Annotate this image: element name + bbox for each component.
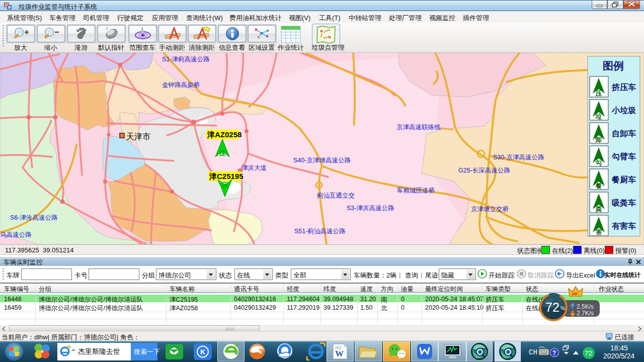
svg-text:18:45: 18:45 xyxy=(610,344,628,352)
svg-text:72: 72 xyxy=(545,300,559,314)
svg-text:S30-京津高速公路: S30-京津高速公路 xyxy=(493,154,544,161)
svg-text:自卸车: 自卸车 xyxy=(612,129,636,138)
svg-text:?: ? xyxy=(552,349,556,356)
svg-text:粪: 粪 xyxy=(595,206,602,213)
svg-text:2020/5/24: 2020/5/24 xyxy=(603,352,634,360)
svg-text:压: 压 xyxy=(595,90,602,97)
svg-text:压: 压 xyxy=(221,181,228,188)
svg-text:挤压车: 挤压车 xyxy=(611,83,636,92)
svg-text:2.5K/s: 2.5K/s xyxy=(577,303,594,310)
svg-text:72: 72 xyxy=(585,349,592,357)
svg-text:%: % xyxy=(560,305,566,311)
svg-text:勾臂车: 勾臂车 xyxy=(611,152,636,161)
svg-text:S3-津滨高速公路: S3-津滨高速公路 xyxy=(347,205,394,212)
svg-text:勾: 勾 xyxy=(595,159,602,166)
svg-text:搜索一下: 搜索一下 xyxy=(133,348,160,355)
svg-text:杰里斯隆去世: 杰里斯隆去世 xyxy=(78,347,120,355)
svg-text:G25-长深高速公路: G25-长深高速公路 xyxy=(458,167,510,174)
svg-text:天津市: 天津市 xyxy=(126,132,150,141)
svg-text:津C25195: 津C25195 xyxy=(209,172,244,180)
svg-text:W: W xyxy=(335,349,344,358)
svg-text:K: K xyxy=(200,348,205,356)
svg-text:军粮城匝道桥: 军粮城匝道桥 xyxy=(397,187,435,194)
svg-text:VIP: VIP xyxy=(572,292,579,296)
svg-text:蓟汕互通立交: 蓟汕互通立交 xyxy=(317,192,355,199)
svg-text:垃: 垃 xyxy=(595,113,602,120)
svg-text:乌高速公路: 乌高速公路 xyxy=(0,231,32,238)
svg-text:餐厨车: 餐厨车 xyxy=(611,175,636,184)
svg-text:京津高速联络线: 京津高速联络线 xyxy=(396,124,441,131)
svg-text:CH: CH xyxy=(529,348,537,356)
svg-text:S1-津蓟高速公路: S1-津蓟高速公路 xyxy=(162,56,210,63)
svg-text:卸: 卸 xyxy=(595,136,602,143)
svg-text:图例: 图例 xyxy=(603,60,624,71)
svg-text:压: 压 xyxy=(219,150,225,157)
svg-text:吸粪车: 吸粪车 xyxy=(612,199,636,208)
svg-text:S51-蓟汕高速公路: S51-蓟汕高速公路 xyxy=(294,228,346,235)
svg-text:津AZ0258: 津AZ0258 xyxy=(207,130,242,139)
svg-text:小垃圾: 小垃圾 xyxy=(611,106,636,115)
svg-text:餐: 餐 xyxy=(595,183,602,190)
svg-text:害: 害 xyxy=(596,229,602,236)
svg-text:S6-津沧高速公路: S6-津沧高速公路 xyxy=(10,214,58,221)
svg-text:2.7K/s: 2.7K/s xyxy=(577,310,594,317)
svg-text:S40-京津塘高速公路: S40-京津塘高速公路 xyxy=(293,157,351,164)
svg-text:津滨大道: 津滨大道 xyxy=(242,164,267,171)
svg-text:京津塘立交桥: 京津塘立交桥 xyxy=(471,206,509,213)
svg-text:金钟路高架桥: 金钟路高架桥 xyxy=(162,81,200,88)
svg-text:有害车: 有害车 xyxy=(611,221,636,230)
